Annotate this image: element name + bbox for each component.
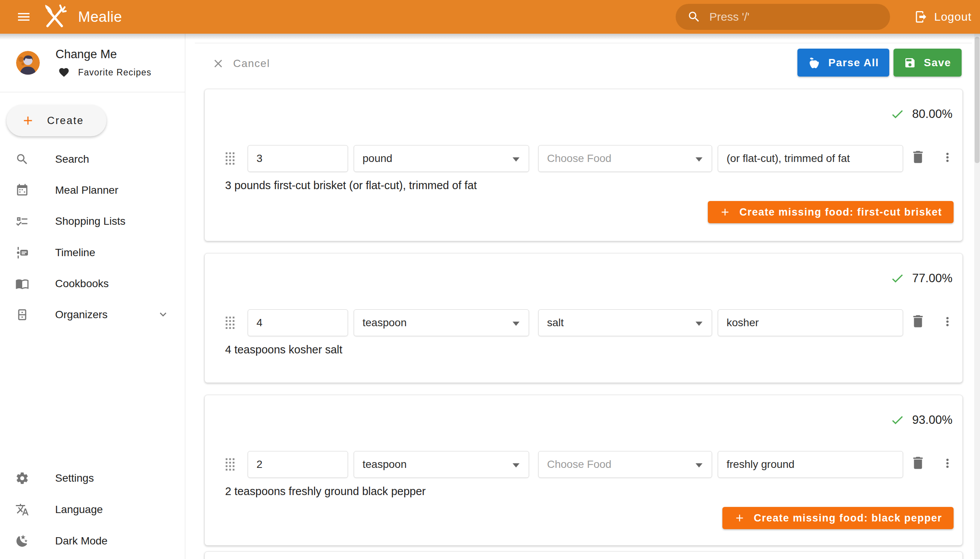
delete-button[interactable] xyxy=(910,149,926,166)
create-missing-food-button[interactable]: Create missing food: black pepper xyxy=(722,507,954,529)
logout-label: Logout xyxy=(934,10,972,23)
more-options-button[interactable] xyxy=(940,150,954,165)
logout-button[interactable]: Logout xyxy=(914,0,972,34)
note-input[interactable] xyxy=(718,145,903,172)
timeline-icon xyxy=(15,246,30,260)
save-button[interactable]: Save xyxy=(894,49,962,76)
cancel-button[interactable]: Cancel xyxy=(212,53,270,74)
sidebar-item-dark-mode[interactable]: Dark Mode xyxy=(0,528,185,554)
drag-handle-icon[interactable] xyxy=(225,152,235,166)
quantity-input[interactable] xyxy=(248,309,348,336)
book-open-icon xyxy=(15,277,30,291)
food-select[interactable]: Choose Food xyxy=(538,451,712,478)
drag-handle-icon[interactable] xyxy=(225,317,235,330)
food-select[interactable]: salt xyxy=(538,309,712,336)
original-ingredient-text: 3 pounds first-cut brisket (or flat-cut)… xyxy=(225,179,477,192)
create-button[interactable]: Create xyxy=(7,105,106,136)
more-options-button[interactable] xyxy=(940,315,954,330)
gear-icon xyxy=(15,471,30,485)
confidence-indicator: 80.00% xyxy=(890,107,952,121)
note-input[interactable] xyxy=(718,309,903,336)
confidence-value: 93.00% xyxy=(912,413,952,427)
search-icon xyxy=(15,152,30,166)
check-icon xyxy=(890,271,905,286)
confidence-indicator: 77.00% xyxy=(890,271,952,286)
app-bar: Mealie Press '/' Logout xyxy=(0,0,980,34)
delete-button[interactable] xyxy=(910,313,926,331)
sidebar-item-timeline[interactable]: Timeline xyxy=(0,240,185,265)
favorite-recipes-label: Favorite Recipes xyxy=(78,68,152,78)
sidebar-item-meal-planner[interactable]: Meal Planner xyxy=(0,178,185,203)
sidebar-item-language[interactable]: Language xyxy=(0,497,185,522)
scrollbar[interactable] xyxy=(974,34,980,559)
chevron-down-icon xyxy=(157,308,170,322)
sidebar-item-search[interactable]: Search xyxy=(0,147,185,172)
main-content: Cancel Parse All Save 80.00% pound Choos… xyxy=(186,34,980,559)
original-ingredient-text: 2 teaspoons freshly ground black pepper xyxy=(225,485,426,498)
sidebar-item-cookbooks[interactable]: Cookbooks xyxy=(0,271,185,296)
kebab-icon xyxy=(940,456,954,470)
caret-down-icon xyxy=(512,463,519,468)
confidence-indicator: 93.00% xyxy=(890,413,952,427)
ingredient-card-2: 77.00% teaspoon salt 4 teaspoons kosher … xyxy=(205,253,963,383)
plus-icon xyxy=(719,207,731,218)
unit-select[interactable]: teaspoon xyxy=(354,309,529,336)
search-input[interactable]: Press '/' xyxy=(676,4,890,30)
caret-down-icon xyxy=(512,157,519,162)
checklist-icon xyxy=(15,214,30,228)
drag-handle-icon[interactable] xyxy=(225,458,235,472)
sidebar-item-shopping-lists[interactable]: Shopping Lists xyxy=(0,209,185,234)
caret-down-icon xyxy=(512,322,519,326)
quantity-input[interactable] xyxy=(248,451,348,478)
kebab-icon xyxy=(940,150,954,164)
translate-icon xyxy=(15,503,30,516)
sidebar-divider xyxy=(0,92,185,92)
unit-select[interactable]: pound xyxy=(354,145,529,172)
plus-icon xyxy=(734,512,745,524)
save-icon xyxy=(904,57,916,69)
sidebar-item-settings[interactable]: Settings xyxy=(0,466,185,491)
caret-down-icon xyxy=(696,157,702,162)
favorite-recipes-link[interactable]: Favorite Recipes xyxy=(58,67,152,78)
caret-down-icon xyxy=(696,463,702,468)
trash-icon xyxy=(910,149,926,165)
user-name: Change Me xyxy=(56,48,117,61)
original-ingredient-text: 4 teaspoons kosher salt xyxy=(225,344,342,356)
content-top-divider xyxy=(195,43,972,43)
kebab-icon xyxy=(940,315,954,329)
sidebar: Change Me Favorite Recipes Create Search… xyxy=(0,34,185,559)
check-icon xyxy=(890,413,905,427)
check-icon xyxy=(890,107,905,121)
close-icon xyxy=(212,57,225,70)
avatar[interactable] xyxy=(16,51,40,74)
apple-icon xyxy=(808,56,821,69)
unit-select[interactable]: teaspoon xyxy=(354,451,529,478)
create-missing-food-button[interactable]: Create missing food: first-cut brisket xyxy=(708,201,954,223)
menu-icon[interactable] xyxy=(15,9,32,25)
food-select[interactable]: Choose Food xyxy=(538,145,712,172)
logout-icon xyxy=(914,10,928,24)
more-options-button[interactable] xyxy=(940,456,954,471)
search-icon xyxy=(687,10,701,24)
create-label: Create xyxy=(47,115,84,127)
sidebar-item-organizers[interactable]: Organizers xyxy=(0,302,185,327)
trash-icon xyxy=(910,455,926,471)
mealie-logo-icon xyxy=(41,3,68,32)
confidence-value: 77.00% xyxy=(912,271,952,285)
delete-button[interactable] xyxy=(910,455,926,472)
ingredient-card-3: 93.00% teaspoon Choose Food 2 teaspoons … xyxy=(205,395,963,546)
moon-icon xyxy=(15,534,30,548)
trash-icon xyxy=(910,313,926,329)
ingredient-card-4-partial xyxy=(205,551,963,559)
note-input[interactable] xyxy=(718,451,903,478)
search-placeholder: Press '/' xyxy=(709,10,750,23)
confidence-value: 80.00% xyxy=(912,107,952,121)
app-title: Mealie xyxy=(78,0,122,34)
caret-down-icon xyxy=(696,322,702,326)
parse-all-button[interactable]: Parse All xyxy=(797,49,889,76)
ingredient-card-1: 80.00% pound Choose Food 3 pounds first-… xyxy=(205,89,963,241)
quantity-input[interactable] xyxy=(248,145,348,172)
scrollbar-thumb[interactable] xyxy=(975,37,980,163)
calendar-icon xyxy=(15,184,30,197)
cabinet-icon xyxy=(15,308,30,322)
